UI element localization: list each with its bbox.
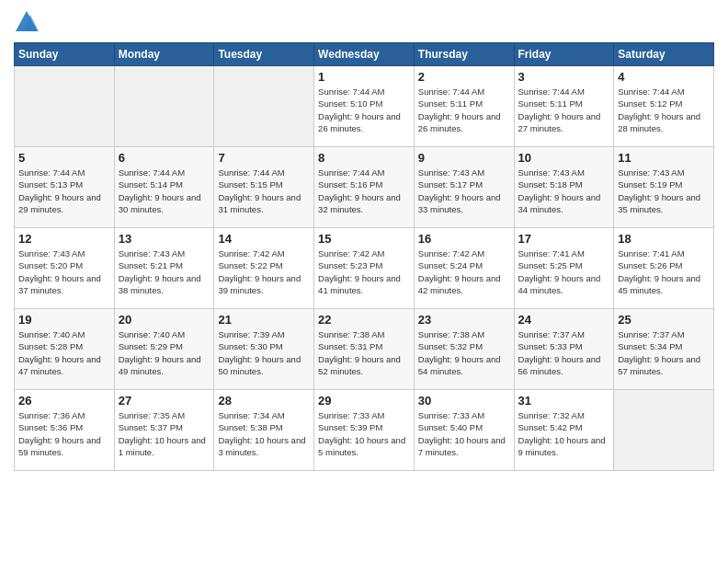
- calendar-day-cell: 11Sunrise: 7:43 AMSunset: 5:19 PMDayligh…: [614, 147, 714, 228]
- day-number: 21: [218, 313, 310, 327]
- calendar-day-cell: 3Sunrise: 7:44 AMSunset: 5:11 PMDaylight…: [514, 66, 614, 147]
- calendar-day-cell: 1Sunrise: 7:44 AMSunset: 5:10 PMDaylight…: [314, 66, 415, 147]
- day-number: 15: [318, 232, 410, 246]
- calendar-day-cell: 6Sunrise: 7:44 AMSunset: 5:14 PMDaylight…: [114, 147, 214, 228]
- header: [14, 9, 714, 35]
- page: SundayMondayTuesdayWednesdayThursdayFrid…: [0, 0, 728, 563]
- weekday-header: Saturday: [614, 43, 714, 66]
- calendar-day-cell: 19Sunrise: 7:40 AMSunset: 5:28 PMDayligh…: [15, 309, 115, 390]
- day-info: Sunrise: 7:44 AMSunset: 5:14 PMDaylight:…: [119, 167, 210, 215]
- day-info: Sunrise: 7:44 AMSunset: 5:11 PMDaylight:…: [418, 86, 510, 134]
- calendar-week-row: 19Sunrise: 7:40 AMSunset: 5:28 PMDayligh…: [15, 309, 714, 390]
- day-info: Sunrise: 7:36 AMSunset: 5:36 PMDaylight:…: [18, 409, 110, 458]
- day-info: Sunrise: 7:33 AMSunset: 5:39 PMDaylight:…: [318, 409, 410, 458]
- day-info: Sunrise: 7:43 AMSunset: 5:17 PMDaylight:…: [418, 167, 510, 215]
- day-number: 18: [618, 232, 710, 246]
- calendar-day-cell: 29Sunrise: 7:33 AMSunset: 5:39 PMDayligh…: [314, 390, 415, 471]
- day-number: 19: [18, 313, 110, 327]
- day-info: Sunrise: 7:43 AMSunset: 5:20 PMDaylight:…: [18, 247, 110, 296]
- calendar-day-cell: 30Sunrise: 7:33 AMSunset: 5:40 PMDayligh…: [414, 390, 514, 471]
- day-number: 20: [119, 313, 210, 327]
- day-number: 14: [218, 232, 310, 246]
- calendar-header-row: SundayMondayTuesdayWednesdayThursdayFrid…: [15, 43, 714, 66]
- calendar-day-cell: 15Sunrise: 7:42 AMSunset: 5:23 PMDayligh…: [314, 228, 415, 309]
- calendar-day-cell: 12Sunrise: 7:43 AMSunset: 5:20 PMDayligh…: [15, 228, 115, 309]
- day-info: Sunrise: 7:39 AMSunset: 5:30 PMDaylight:…: [218, 328, 310, 377]
- logo: [14, 9, 43, 35]
- day-info: Sunrise: 7:37 AMSunset: 5:33 PMDaylight:…: [518, 328, 610, 377]
- day-number: 24: [518, 313, 610, 327]
- calendar-day-cell: 9Sunrise: 7:43 AMSunset: 5:17 PMDaylight…: [414, 147, 514, 228]
- calendar-day-cell: 28Sunrise: 7:34 AMSunset: 5:38 PMDayligh…: [214, 390, 314, 471]
- calendar-day-cell: 16Sunrise: 7:42 AMSunset: 5:24 PMDayligh…: [414, 228, 514, 309]
- day-info: Sunrise: 7:41 AMSunset: 5:25 PMDaylight:…: [518, 247, 610, 296]
- day-number: 10: [518, 151, 610, 165]
- day-number: 9: [418, 151, 510, 165]
- day-number: 22: [318, 313, 410, 327]
- calendar-week-row: 26Sunrise: 7:36 AMSunset: 5:36 PMDayligh…: [15, 390, 714, 471]
- day-number: 13: [119, 232, 210, 246]
- logo-icon: [14, 9, 40, 35]
- day-info: Sunrise: 7:44 AMSunset: 5:15 PMDaylight:…: [218, 167, 310, 215]
- weekday-header: Tuesday: [214, 43, 314, 66]
- calendar-day-cell: 27Sunrise: 7:35 AMSunset: 5:37 PMDayligh…: [114, 390, 214, 471]
- calendar-day-cell: 8Sunrise: 7:44 AMSunset: 5:16 PMDaylight…: [314, 147, 415, 228]
- calendar-day-cell: 5Sunrise: 7:44 AMSunset: 5:13 PMDaylight…: [15, 147, 115, 228]
- day-info: Sunrise: 7:43 AMSunset: 5:19 PMDaylight:…: [618, 167, 710, 215]
- calendar-week-row: 5Sunrise: 7:44 AMSunset: 5:13 PMDaylight…: [15, 147, 714, 228]
- weekday-header: Monday: [114, 43, 214, 66]
- day-info: Sunrise: 7:44 AMSunset: 5:13 PMDaylight:…: [18, 167, 110, 215]
- day-info: Sunrise: 7:42 AMSunset: 5:23 PMDaylight:…: [318, 247, 410, 296]
- weekday-header: Sunday: [15, 43, 115, 66]
- day-number: 25: [618, 313, 710, 327]
- day-number: 8: [318, 151, 410, 165]
- calendar-day-cell: 22Sunrise: 7:38 AMSunset: 5:31 PMDayligh…: [314, 309, 415, 390]
- day-number: 7: [218, 151, 310, 165]
- day-number: 17: [518, 232, 610, 246]
- calendar-day-cell: 14Sunrise: 7:42 AMSunset: 5:22 PMDayligh…: [214, 228, 314, 309]
- day-info: Sunrise: 7:42 AMSunset: 5:22 PMDaylight:…: [218, 247, 310, 296]
- day-info: Sunrise: 7:44 AMSunset: 5:10 PMDaylight:…: [318, 86, 410, 134]
- day-number: 12: [18, 232, 110, 246]
- calendar-day-cell: 13Sunrise: 7:43 AMSunset: 5:21 PMDayligh…: [114, 228, 214, 309]
- calendar-day-cell: 23Sunrise: 7:38 AMSunset: 5:32 PMDayligh…: [414, 309, 514, 390]
- day-info: Sunrise: 7:40 AMSunset: 5:28 PMDaylight:…: [18, 328, 110, 377]
- calendar-day-cell: 7Sunrise: 7:44 AMSunset: 5:15 PMDaylight…: [214, 147, 314, 228]
- day-info: Sunrise: 7:43 AMSunset: 5:18 PMDaylight:…: [518, 167, 610, 215]
- calendar-day-cell: 26Sunrise: 7:36 AMSunset: 5:36 PMDayligh…: [15, 390, 115, 471]
- day-info: Sunrise: 7:43 AMSunset: 5:21 PMDaylight:…: [119, 247, 210, 296]
- calendar-day-cell: 20Sunrise: 7:40 AMSunset: 5:29 PMDayligh…: [114, 309, 214, 390]
- weekday-header: Friday: [514, 43, 614, 66]
- day-number: 4: [618, 70, 710, 84]
- calendar-day-cell: 4Sunrise: 7:44 AMSunset: 5:12 PMDaylight…: [614, 66, 714, 147]
- day-info: Sunrise: 7:37 AMSunset: 5:34 PMDaylight:…: [618, 328, 710, 377]
- day-number: 26: [18, 394, 110, 408]
- day-number: 3: [518, 70, 610, 84]
- day-number: 1: [318, 70, 410, 84]
- day-info: Sunrise: 7:33 AMSunset: 5:40 PMDaylight:…: [418, 409, 510, 458]
- day-number: 29: [318, 394, 410, 408]
- calendar-day-cell: [614, 390, 714, 471]
- day-number: 28: [218, 394, 310, 408]
- calendar-day-cell: [114, 66, 214, 147]
- day-info: Sunrise: 7:44 AMSunset: 5:16 PMDaylight:…: [318, 167, 410, 215]
- day-number: 2: [418, 70, 510, 84]
- calendar-day-cell: [15, 66, 115, 147]
- day-info: Sunrise: 7:34 AMSunset: 5:38 PMDaylight:…: [218, 409, 310, 458]
- calendar-day-cell: [214, 66, 314, 147]
- calendar-table: SundayMondayTuesdayWednesdayThursdayFrid…: [14, 42, 714, 471]
- day-info: Sunrise: 7:44 AMSunset: 5:11 PMDaylight:…: [518, 86, 610, 134]
- calendar-day-cell: 24Sunrise: 7:37 AMSunset: 5:33 PMDayligh…: [514, 309, 614, 390]
- calendar-day-cell: 10Sunrise: 7:43 AMSunset: 5:18 PMDayligh…: [514, 147, 614, 228]
- calendar-week-row: 1Sunrise: 7:44 AMSunset: 5:10 PMDaylight…: [15, 66, 714, 147]
- day-info: Sunrise: 7:42 AMSunset: 5:24 PMDaylight:…: [418, 247, 510, 296]
- weekday-header: Thursday: [414, 43, 514, 66]
- day-number: 30: [418, 394, 510, 408]
- day-info: Sunrise: 7:41 AMSunset: 5:26 PMDaylight:…: [618, 247, 710, 296]
- day-number: 31: [518, 394, 610, 408]
- day-info: Sunrise: 7:38 AMSunset: 5:32 PMDaylight:…: [418, 328, 510, 377]
- day-number: 23: [418, 313, 510, 327]
- calendar-day-cell: 18Sunrise: 7:41 AMSunset: 5:26 PMDayligh…: [614, 228, 714, 309]
- day-number: 27: [119, 394, 210, 408]
- day-info: Sunrise: 7:35 AMSunset: 5:37 PMDaylight:…: [119, 409, 210, 458]
